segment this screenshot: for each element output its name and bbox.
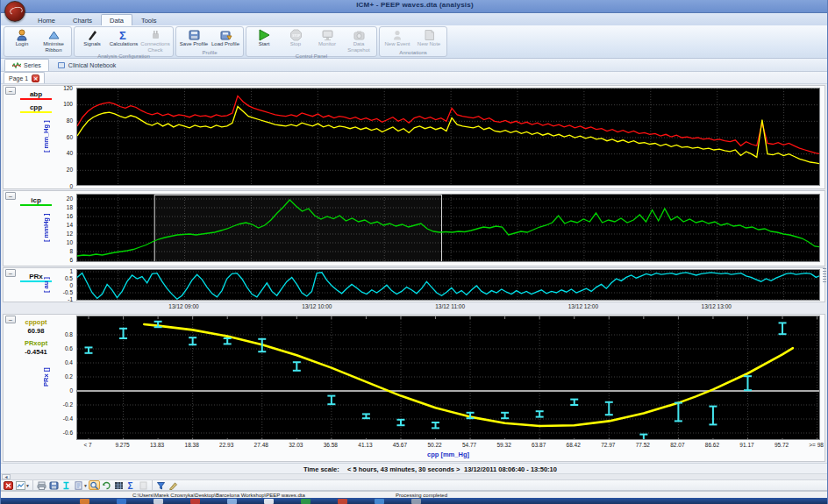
- app-logo-icon[interactable]: [4, 1, 25, 22]
- svg-text:STOP: STOP: [292, 34, 301, 38]
- stop-label: Stop: [280, 41, 311, 47]
- zoom-button[interactable]: [89, 480, 100, 490]
- cpp-bin-label: < 7: [83, 442, 91, 448]
- start-label: Start: [248, 41, 280, 47]
- taskbar-app-icon[interactable]: [264, 499, 274, 504]
- connections-check-button: Connections Check: [139, 28, 171, 53]
- toolbar-separator: [32, 480, 33, 490]
- view-tab-clinical-notebook[interactable]: Clinical Notebook: [49, 59, 124, 71]
- time-range-value: 13/12/2011 08:06:40 - 13:50:10: [464, 465, 557, 473]
- save-profile-button[interactable]: Save Profile: [178, 28, 210, 49]
- panel-collapse-button[interactable]: –: [5, 87, 16, 95]
- load-profile-button[interactable]: Load Profile: [210, 28, 241, 49]
- cpp-bin-label: 50.22: [427, 442, 441, 448]
- text-marker-button[interactable]: [61, 480, 72, 490]
- y-tick-label: 14: [52, 222, 73, 228]
- horizontal-scrollbar[interactable]: ◄: [1, 473, 828, 479]
- filter-button[interactable]: [155, 480, 167, 490]
- y-axis-label: [ mm_Hg ]: [41, 91, 51, 182]
- view-tab-series[interactable]: Series: [4, 59, 49, 71]
- connections-check-icon: [148, 29, 162, 41]
- monitor-label: Monitor: [311, 41, 343, 47]
- page-view-button-dropdown-icon[interactable]: ▼: [83, 483, 88, 488]
- time-tick-label: 13/12 11:00: [435, 303, 465, 309]
- ribbon-tab-bar: HomeChartsDataTools: [1, 13, 828, 25]
- cpp-bin-label: 18.38: [185, 442, 199, 448]
- monitor-icon: [320, 29, 334, 41]
- y-tick-label: 20: [52, 167, 73, 173]
- ribbon-group-general: LoginMinimise Ribbon: [4, 26, 72, 57]
- y-tick-label: -0.4: [52, 415, 73, 422]
- signals-button[interactable]: Signals: [76, 28, 108, 53]
- ribbon: LoginMinimise RibbonSignalsΣCalculations…: [1, 25, 828, 59]
- taskbar-app-icon[interactable]: [375, 499, 384, 504]
- y-tick-label: -1: [52, 296, 73, 302]
- panel-collapse-button[interactable]: –: [5, 269, 16, 277]
- y-tick-label: 18: [52, 204, 73, 210]
- refresh-button[interactable]: [101, 480, 112, 490]
- load-profile-label: Load Profile: [210, 41, 241, 47]
- new-event-icon: [390, 29, 404, 41]
- ribbon-group-label: Profile: [176, 49, 243, 56]
- sigma-button[interactable]: Σ: [125, 480, 137, 490]
- taskbar-app-icon[interactable]: [338, 499, 347, 504]
- taskbar-app-icon[interactable]: [190, 499, 200, 504]
- data-grid-button[interactable]: [113, 480, 125, 490]
- cpp-bin-label: >= 98: [809, 442, 824, 448]
- cpp-bin-label: 72.97: [601, 442, 615, 448]
- title-bar[interactable]: ICM+ - PEEP waves.dta (analysis): [1, 0, 828, 13]
- save-button[interactable]: [48, 480, 60, 490]
- splitter-grip[interactable]: [823, 268, 826, 284]
- ribbon-tab-tools[interactable]: Tools: [132, 14, 166, 25]
- minimise-ribbon-label: Minimise Ribbon: [38, 41, 69, 53]
- taskbar-app-icon[interactable]: [153, 499, 163, 504]
- tb-print-icon: [37, 481, 46, 490]
- page-tab-close-icon[interactable]: ✕: [32, 75, 39, 82]
- minimise-ribbon-button[interactable]: Minimise Ribbon: [38, 28, 69, 53]
- taskbar-app-icon[interactable]: [411, 499, 421, 504]
- taskbar-app-icon[interactable]: [301, 499, 310, 504]
- annotate-button[interactable]: [168, 480, 179, 490]
- plot-area[interactable]: [76, 88, 820, 186]
- taskbar-app-icon[interactable]: [117, 499, 126, 504]
- ribbon-group-control-panel: StartSTOPStopMonitorData SnapshotControl…: [246, 26, 377, 57]
- start-icon: [257, 29, 271, 41]
- ribbon-tab-home[interactable]: Home: [29, 14, 64, 25]
- tb-zoom-icon: [89, 481, 99, 490]
- cpp-bin-label: 27.48: [254, 442, 268, 448]
- taskbar-app-icon[interactable]: [80, 499, 89, 504]
- svg-text:Σ: Σ: [119, 29, 126, 41]
- page-tab[interactable]: Page 1 ✕: [4, 72, 45, 83]
- y-tick-label: 0.8: [52, 331, 73, 337]
- cpp-bin-label: 86.62: [705, 442, 719, 448]
- load-profile-icon: [218, 29, 232, 41]
- taskbar-app-icon[interactable]: [227, 499, 237, 504]
- print-button[interactable]: [36, 480, 47, 490]
- tb-sigma-icon: Σ: [126, 481, 136, 490]
- y-tick-label: 1: [52, 268, 73, 274]
- ribbon-group-analysis-configuration: SignalsΣCalculationsConnections CheckAna…: [74, 26, 174, 57]
- close-button[interactable]: [3, 480, 14, 490]
- plot-area[interactable]: [76, 269, 820, 301]
- start-button[interactable]: Start: [248, 28, 280, 53]
- y-tick-label: 6: [52, 257, 73, 263]
- tb-chart-icon: [16, 481, 25, 490]
- plot-area[interactable]: [76, 194, 820, 262]
- plot-area[interactable]: [76, 316, 820, 440]
- panel-collapse-button[interactable]: –: [5, 192, 16, 200]
- chart-type-button-dropdown-icon[interactable]: ▼: [25, 483, 30, 488]
- tb-page-icon: [74, 481, 83, 490]
- selection-region[interactable]: [154, 195, 441, 263]
- save-profile-label: Save Profile: [178, 41, 210, 47]
- view-tab-bar: SeriesClinical Notebook: [1, 59, 828, 72]
- connections-check-label: Connections Check: [139, 41, 171, 53]
- ribbon-tab-charts[interactable]: Charts: [64, 14, 101, 25]
- calculations-button[interactable]: ΣCalculations: [108, 28, 139, 53]
- cpp-bin-label: 22.93: [219, 442, 233, 448]
- windows-taskbar[interactable]: [1, 498, 828, 504]
- toolbar-separator: [152, 480, 153, 490]
- ribbon-tab-data[interactable]: Data: [101, 14, 132, 25]
- time-scale-value[interactable]: < 5 hours, 43 minutes, 30 seconds >: [347, 465, 460, 473]
- save-profile-icon: [187, 29, 201, 41]
- login-button[interactable]: Login: [6, 28, 38, 53]
